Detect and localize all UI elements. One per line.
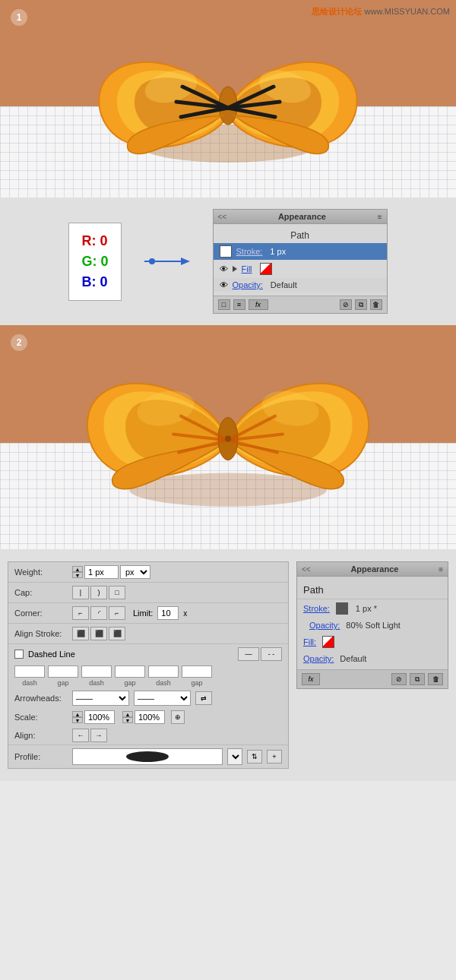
cap-butt[interactable]: | [72, 586, 89, 599]
ap1-footer-square[interactable]: □ [218, 299, 230, 310]
scale-link[interactable]: ⊕ [171, 710, 185, 724]
scale2-down[interactable]: ▼ [122, 717, 133, 723]
arrowhead-swap[interactable]: ⇄ [195, 691, 212, 705]
appearance-panel2: << Appearance ≡ Path Stroke: 1 px * Opac… [296, 561, 448, 689]
profile-add[interactable]: + [267, 750, 282, 763]
align-sub-left[interactable]: ← [72, 729, 89, 742]
weight-unit-select[interactable]: px [120, 565, 150, 579]
ap1-footer-copy[interactable]: ⧉ [355, 299, 367, 310]
ap1-opacity-label[interactable]: Opacity: [233, 280, 263, 289]
ap1-fill-swatch [260, 263, 272, 275]
scale1-input[interactable] [84, 710, 115, 724]
ap1-footer-layers[interactable]: ≡ [233, 299, 245, 310]
ap2-opacity2-value: Default [340, 654, 366, 663]
stroke-weight-row: Weight: ▲ ▼ px [8, 562, 288, 583]
dashed-opt2[interactable]: - - [261, 647, 282, 661]
ap1-fill-label[interactable]: Fill [242, 264, 252, 273]
scale2-input[interactable] [135, 710, 165, 724]
dash3-label: dash [156, 679, 171, 687]
corner-bevel[interactable]: ⌐ [109, 606, 125, 620]
align-inner[interactable]: ⬛ [90, 627, 107, 640]
ap2-body: Path Stroke: 1 px * Opacity: 80% Soft Li… [297, 577, 448, 669]
scale1-up[interactable]: ▲ [72, 711, 83, 717]
ap2-footer-fx[interactable]: fx [302, 673, 320, 685]
limit-label: Limit: [133, 609, 153, 618]
align-outer[interactable]: ⬛ [109, 627, 125, 640]
scale1-stepper[interactable]: ▲ ▼ [72, 711, 83, 723]
profile-flip[interactable]: ⇅ [247, 750, 262, 763]
ap2-menu-icon[interactable]: ≡ [439, 565, 443, 574]
ap1-footer-delete[interactable]: 🗑 [370, 299, 382, 310]
corner-round[interactable]: ◜ [90, 606, 107, 620]
rgb-display: R: 0 G: 0 B: 0 [68, 223, 121, 301]
ap2-footer-link[interactable]: ⊘ [391, 673, 407, 685]
dashed-opt1[interactable]: — [238, 647, 259, 661]
ap2-stroke-label[interactable]: Stroke: [303, 604, 330, 613]
limit-x: x [183, 609, 187, 618]
cap-square[interactable]: □ [109, 586, 125, 599]
weight-up[interactable]: ▲ [72, 566, 83, 572]
ap2-stroke-row[interactable]: Stroke: 1 px * [297, 599, 448, 618]
butterfly1-svg [84, 26, 372, 178]
align-sub-right[interactable]: → [90, 729, 107, 742]
gap3-input[interactable] [182, 665, 212, 678]
ap1-stroke-label[interactable]: Stroke: [236, 247, 263, 256]
dash3-input[interactable] [148, 665, 179, 678]
cap-round[interactable]: ) [90, 586, 107, 599]
ap1-stroke-row[interactable]: Stroke: 1 px [214, 243, 387, 260]
ap2-opacity2-label[interactable]: Opacity: [303, 654, 334, 663]
ap1-footer-fx[interactable]: fx [249, 299, 268, 310]
gap2-input[interactable] [115, 665, 145, 678]
scale2-up[interactable]: ▲ [122, 711, 133, 717]
ap2-close[interactable]: << [302, 565, 311, 574]
watermark-site2: www.MISSYUAN.COM [365, 7, 450, 16]
ap2-fill-label[interactable]: Fill: [303, 637, 316, 646]
dash3-col: dash [148, 665, 179, 687]
profile-dropdown[interactable]: ▼ [227, 748, 242, 765]
gap2-col: gap [115, 665, 145, 687]
ap2-footer-delete[interactable]: 🗑 [428, 673, 443, 685]
dashed-checkbox[interactable] [14, 650, 24, 659]
ap1-body: Path Stroke: 1 px 👁 Fill 👁 Opacity: Defa… [214, 224, 387, 296]
stroke-corner-row: Corner: ⌐ ◜ ⌐ Limit: x [8, 603, 288, 624]
weight-input[interactable] [84, 565, 119, 579]
align-buttons: ⬛ ⬛ ⬛ [72, 627, 125, 640]
appearance-panel1: << Appearance ≡ Path Stroke: 1 px 👁 Fill [213, 209, 388, 314]
scale1-down[interactable]: ▼ [72, 717, 83, 723]
arrowhead-end-select[interactable]: —— [134, 691, 191, 706]
ap1-opacity-value: Default [271, 280, 297, 289]
weight-stepper[interactable]: ▲ ▼ [72, 566, 83, 578]
profile-svg [125, 751, 170, 763]
dash2-label: dash [89, 679, 104, 687]
arrowhead-start-select[interactable]: —— [72, 691, 129, 706]
corner-miter[interactable]: ⌐ [72, 606, 89, 620]
ap2-footer-copy[interactable]: ⧉ [410, 673, 425, 685]
ap2-fill-row[interactable]: Fill: [297, 633, 448, 651]
ap1-menu-icon[interactable]: ≡ [378, 213, 382, 221]
ap1-close[interactable]: << [218, 213, 227, 221]
gap3-col: gap [182, 665, 212, 687]
ap2-stroke-swatch [336, 602, 348, 615]
profile-row: Profile: ▼ ⇅ + [8, 744, 288, 768]
ap2-opacity1-label[interactable]: Opacity: [309, 621, 340, 630]
limit-input[interactable] [157, 606, 179, 620]
scale2-stepper[interactable]: ▲ ▼ [122, 711, 133, 723]
align-center[interactable]: ⬛ [72, 627, 89, 640]
ap2-opacity2-row: Opacity: Default [297, 651, 448, 666]
align-label: Align Stroke: [14, 629, 68, 638]
ap2-fill-swatch [322, 636, 334, 648]
ap2-footer: fx ⊘ ⧉ 🗑 [297, 669, 448, 688]
ap1-fill-row[interactable]: 👁 Fill [214, 261, 387, 277]
ap1-footer: □ ≡ fx ⊘ ⧉ 🗑 [214, 296, 387, 313]
gap3-label: gap [191, 679, 202, 687]
ap2-titlebar: << Appearance ≡ [297, 562, 448, 577]
cap-label: Cap: [14, 588, 68, 597]
ap1-footer-link[interactable]: ⊘ [340, 299, 352, 310]
gap1-input[interactable] [48, 665, 78, 678]
ap2-title: Appearance [350, 564, 398, 574]
dash1-input[interactable] [14, 665, 45, 678]
stroke-cap-row: Cap: | ) □ [8, 583, 288, 603]
align-sub-buttons: ← → [72, 729, 107, 742]
weight-down[interactable]: ▼ [72, 572, 83, 578]
dash2-input[interactable] [81, 665, 112, 678]
